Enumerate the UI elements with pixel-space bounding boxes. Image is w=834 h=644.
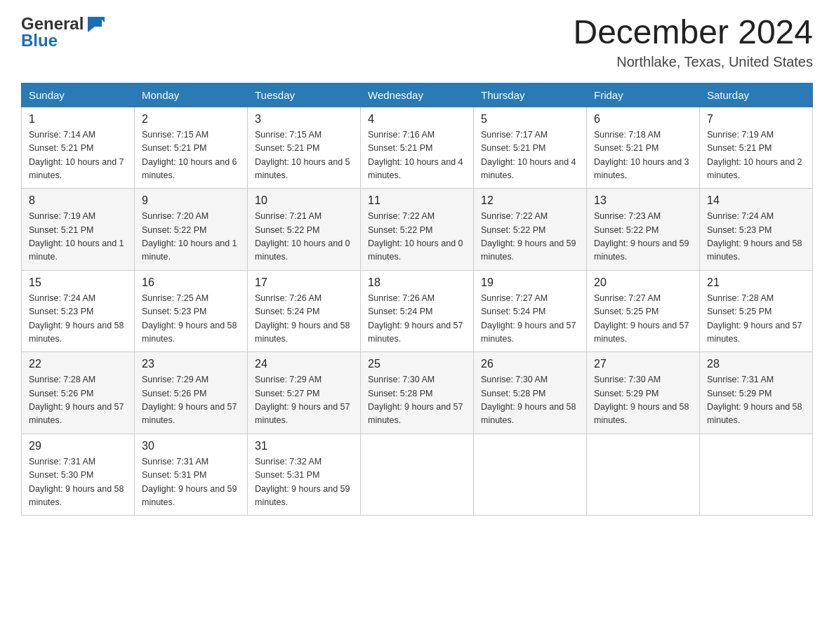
week-row-1: 1 Sunrise: 7:14 AMSunset: 5:21 PMDayligh… bbox=[22, 107, 813, 189]
day-number: 21 bbox=[707, 276, 805, 289]
svg-marker-0 bbox=[88, 17, 102, 32]
day-header-saturday: Saturday bbox=[700, 83, 813, 107]
day-cell: 13 Sunrise: 7:23 AMSunset: 5:22 PMDaylig… bbox=[587, 189, 700, 271]
day-info: Sunrise: 7:21 AMSunset: 5:22 PMDaylight:… bbox=[255, 210, 353, 264]
day-number: 23 bbox=[142, 358, 240, 370]
day-number: 19 bbox=[481, 276, 579, 289]
day-number: 24 bbox=[255, 358, 353, 370]
day-cell: 3 Sunrise: 7:15 AMSunset: 5:21 PMDayligh… bbox=[248, 107, 361, 189]
logo-blue: Blue bbox=[21, 31, 58, 51]
day-cell: 7 Sunrise: 7:19 AMSunset: 5:21 PMDayligh… bbox=[700, 107, 813, 189]
day-info: Sunrise: 7:15 AMSunset: 5:21 PMDaylight:… bbox=[255, 128, 353, 183]
day-cell: 6 Sunrise: 7:18 AMSunset: 5:21 PMDayligh… bbox=[587, 107, 700, 189]
day-header-thursday: Thursday bbox=[474, 83, 587, 107]
day-info: Sunrise: 7:18 AMSunset: 5:21 PMDaylight:… bbox=[594, 128, 692, 183]
day-cell: 20 Sunrise: 7:27 AMSunset: 5:25 PMDaylig… bbox=[587, 270, 700, 352]
day-number: 22 bbox=[29, 358, 127, 370]
day-cell: 4 Sunrise: 7:16 AMSunset: 5:21 PMDayligh… bbox=[361, 107, 474, 189]
page-header: General Blue December 2024 Northlake, Te… bbox=[21, 14, 813, 70]
day-cell: 11 Sunrise: 7:22 AMSunset: 5:22 PMDaylig… bbox=[361, 189, 474, 271]
day-cell: 1 Sunrise: 7:14 AMSunset: 5:21 PMDayligh… bbox=[22, 107, 135, 189]
day-cell: 14 Sunrise: 7:24 AMSunset: 5:23 PMDaylig… bbox=[700, 189, 813, 271]
day-header-wednesday: Wednesday bbox=[361, 83, 474, 107]
day-info: Sunrise: 7:30 AMSunset: 5:28 PMDaylight:… bbox=[481, 373, 579, 428]
day-info: Sunrise: 7:26 AMSunset: 5:24 PMDaylight:… bbox=[368, 292, 466, 347]
day-info: Sunrise: 7:26 AMSunset: 5:24 PMDaylight:… bbox=[255, 292, 353, 347]
day-info: Sunrise: 7:19 AMSunset: 5:21 PMDaylight:… bbox=[707, 128, 805, 183]
day-number: 12 bbox=[481, 194, 579, 207]
day-number: 3 bbox=[255, 113, 353, 126]
calendar-table: SundayMondayTuesdayWednesdayThursdayFrid… bbox=[21, 83, 813, 516]
day-cell: 9 Sunrise: 7:20 AMSunset: 5:22 PMDayligh… bbox=[135, 189, 248, 271]
day-number: 8 bbox=[29, 194, 127, 207]
days-header-row: SundayMondayTuesdayWednesdayThursdayFrid… bbox=[22, 83, 813, 107]
day-cell bbox=[587, 434, 700, 516]
day-info: Sunrise: 7:15 AMSunset: 5:21 PMDaylight:… bbox=[142, 128, 240, 183]
day-number: 17 bbox=[255, 276, 353, 289]
day-number: 27 bbox=[594, 358, 692, 370]
day-number: 11 bbox=[368, 194, 466, 207]
title-block: December 2024 Northlake, Texas, United S… bbox=[573, 14, 813, 70]
day-cell: 15 Sunrise: 7:24 AMSunset: 5:23 PMDaylig… bbox=[22, 270, 135, 352]
day-number: 31 bbox=[255, 440, 353, 452]
day-number: 26 bbox=[481, 358, 579, 370]
day-info: Sunrise: 7:24 AMSunset: 5:23 PMDaylight:… bbox=[707, 210, 805, 264]
day-number: 10 bbox=[255, 194, 353, 207]
day-info: Sunrise: 7:29 AMSunset: 5:27 PMDaylight:… bbox=[255, 373, 353, 428]
day-number: 20 bbox=[594, 276, 692, 289]
day-number: 7 bbox=[707, 113, 805, 126]
day-info: Sunrise: 7:30 AMSunset: 5:29 PMDaylight:… bbox=[594, 373, 692, 428]
day-info: Sunrise: 7:24 AMSunset: 5:23 PMDaylight:… bbox=[29, 292, 127, 347]
day-info: Sunrise: 7:14 AMSunset: 5:21 PMDaylight:… bbox=[29, 128, 127, 183]
day-info: Sunrise: 7:31 AMSunset: 5:31 PMDaylight:… bbox=[142, 455, 240, 510]
day-info: Sunrise: 7:17 AMSunset: 5:21 PMDaylight:… bbox=[481, 128, 579, 183]
day-number: 16 bbox=[142, 276, 240, 289]
location-title: Northlake, Texas, United States bbox=[573, 54, 813, 70]
day-number: 14 bbox=[707, 194, 805, 207]
day-number: 13 bbox=[594, 194, 692, 207]
day-number: 28 bbox=[707, 358, 805, 370]
day-info: Sunrise: 7:27 AMSunset: 5:25 PMDaylight:… bbox=[594, 292, 692, 347]
day-header-tuesday: Tuesday bbox=[248, 83, 361, 107]
day-info: Sunrise: 7:28 AMSunset: 5:25 PMDaylight:… bbox=[707, 292, 805, 347]
day-cell: 27 Sunrise: 7:30 AMSunset: 5:29 PMDaylig… bbox=[587, 352, 700, 434]
day-info: Sunrise: 7:30 AMSunset: 5:28 PMDaylight:… bbox=[368, 373, 466, 428]
day-cell: 16 Sunrise: 7:25 AMSunset: 5:23 PMDaylig… bbox=[135, 270, 248, 352]
day-cell: 31 Sunrise: 7:32 AMSunset: 5:31 PMDaylig… bbox=[248, 434, 361, 516]
day-cell: 2 Sunrise: 7:15 AMSunset: 5:21 PMDayligh… bbox=[135, 107, 248, 189]
day-cell: 29 Sunrise: 7:31 AMSunset: 5:30 PMDaylig… bbox=[22, 434, 135, 516]
day-cell: 28 Sunrise: 7:31 AMSunset: 5:29 PMDaylig… bbox=[700, 352, 813, 434]
day-cell: 30 Sunrise: 7:31 AMSunset: 5:31 PMDaylig… bbox=[135, 434, 248, 516]
week-row-5: 29 Sunrise: 7:31 AMSunset: 5:30 PMDaylig… bbox=[22, 434, 813, 516]
day-cell: 22 Sunrise: 7:28 AMSunset: 5:26 PMDaylig… bbox=[22, 352, 135, 434]
day-cell: 17 Sunrise: 7:26 AMSunset: 5:24 PMDaylig… bbox=[248, 270, 361, 352]
day-number: 5 bbox=[481, 113, 579, 126]
day-cell: 23 Sunrise: 7:29 AMSunset: 5:26 PMDaylig… bbox=[135, 352, 248, 434]
day-header-monday: Monday bbox=[135, 83, 248, 107]
day-info: Sunrise: 7:31 AMSunset: 5:29 PMDaylight:… bbox=[707, 373, 805, 428]
day-number: 25 bbox=[368, 358, 466, 370]
logo-flag-icon bbox=[85, 14, 105, 34]
day-number: 4 bbox=[368, 113, 466, 126]
day-cell: 8 Sunrise: 7:19 AMSunset: 5:21 PMDayligh… bbox=[22, 189, 135, 271]
day-info: Sunrise: 7:25 AMSunset: 5:23 PMDaylight:… bbox=[142, 292, 240, 347]
week-row-2: 8 Sunrise: 7:19 AMSunset: 5:21 PMDayligh… bbox=[22, 189, 813, 271]
day-info: Sunrise: 7:31 AMSunset: 5:30 PMDaylight:… bbox=[29, 455, 127, 510]
day-info: Sunrise: 7:28 AMSunset: 5:26 PMDaylight:… bbox=[29, 373, 127, 428]
day-number: 18 bbox=[368, 276, 466, 289]
day-info: Sunrise: 7:23 AMSunset: 5:22 PMDaylight:… bbox=[594, 210, 692, 264]
day-number: 1 bbox=[29, 113, 127, 126]
day-header-sunday: Sunday bbox=[22, 83, 135, 107]
day-number: 9 bbox=[142, 194, 240, 207]
day-header-friday: Friday bbox=[587, 83, 700, 107]
day-cell: 18 Sunrise: 7:26 AMSunset: 5:24 PMDaylig… bbox=[361, 270, 474, 352]
day-number: 29 bbox=[29, 440, 127, 452]
week-row-4: 22 Sunrise: 7:28 AMSunset: 5:26 PMDaylig… bbox=[22, 352, 813, 434]
day-cell: 25 Sunrise: 7:30 AMSunset: 5:28 PMDaylig… bbox=[361, 352, 474, 434]
day-cell: 19 Sunrise: 7:27 AMSunset: 5:24 PMDaylig… bbox=[474, 270, 587, 352]
week-row-3: 15 Sunrise: 7:24 AMSunset: 5:23 PMDaylig… bbox=[22, 270, 813, 352]
day-cell bbox=[361, 434, 474, 516]
day-info: Sunrise: 7:32 AMSunset: 5:31 PMDaylight:… bbox=[255, 455, 353, 510]
day-info: Sunrise: 7:16 AMSunset: 5:21 PMDaylight:… bbox=[368, 128, 466, 183]
day-info: Sunrise: 7:22 AMSunset: 5:22 PMDaylight:… bbox=[368, 210, 466, 264]
